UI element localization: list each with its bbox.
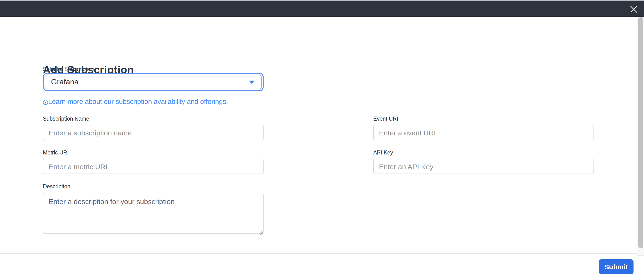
subscription-name-field-group: Subscription Name [43,116,264,140]
chevron-down-icon [249,80,254,84]
api-key-field-group: API Key [373,150,594,174]
event-uri-input[interactable] [373,125,594,140]
add-subscription-form: Add Subscription Select a Subscription G… [0,17,637,253]
form-fields-grid: Subscription Name Event URI Metric URI A… [43,116,594,234]
subscription-name-input[interactable] [43,125,264,140]
close-button[interactable] [628,3,639,15]
description-field-group: Description [43,184,264,234]
info-circle-icon [43,98,48,106]
metric-uri-input[interactable] [43,159,264,174]
submit-button[interactable]: Submit [599,259,634,274]
api-key-label: API Key [373,150,594,156]
description-label: Description [43,184,264,190]
subscription-select[interactable]: Grafana [43,73,264,91]
description-textarea[interactable] [43,192,264,234]
metric-uri-label: Metric URI [43,150,264,156]
resize-handle-icon[interactable] [258,228,263,233]
learn-more-link-text: Learn more about our subscription availa… [48,98,228,106]
select-subscription-label: Select a Subscription [43,66,94,72]
close-icon [630,6,637,13]
modal-footer: Submit [0,253,644,277]
modal-header [0,0,644,17]
learn-more-link[interactable]: Learn more about our subscription availa… [43,98,228,106]
subscription-select-control[interactable]: Grafana [45,75,262,89]
event-uri-label: Event URI [373,116,594,122]
api-key-input[interactable] [373,159,594,174]
event-uri-field-group: Event URI [373,116,594,140]
modal-page: Add Subscription Select a Subscription G… [0,0,644,277]
subscription-select-value: Grafana [51,78,79,86]
subscription-name-label: Subscription Name [43,116,264,122]
metric-uri-field-group: Metric URI [43,150,264,174]
vertical-scrollbar-thumb[interactable] [638,17,643,248]
vertical-scrollbar-track[interactable] [637,17,644,256]
